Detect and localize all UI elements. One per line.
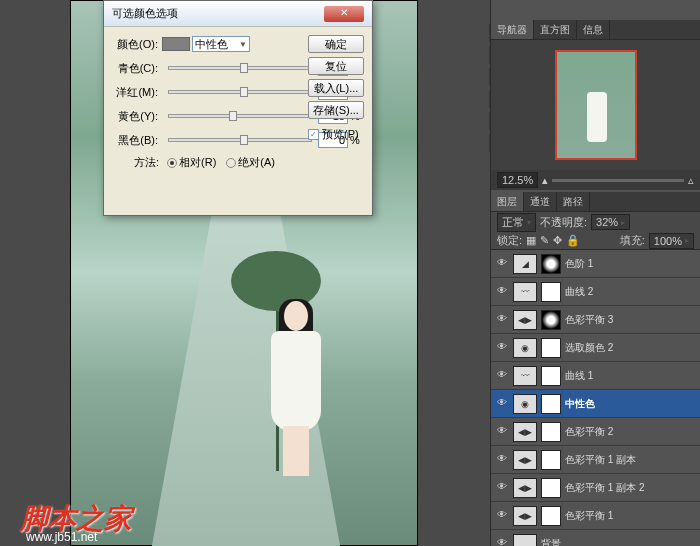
lock-icon[interactable]: 🔒 <box>566 234 580 247</box>
tab-navigator[interactable]: 导航器 <box>491 20 534 39</box>
slider-track[interactable] <box>168 114 312 118</box>
navigator-preview[interactable] <box>491 40 700 170</box>
layer-thumb[interactable]: ◀▶ <box>513 506 537 526</box>
layer-thumb[interactable]: ◀▶ <box>513 450 537 470</box>
layer-mask[interactable] <box>541 450 561 470</box>
visibility-icon[interactable]: 👁 <box>495 369 509 383</box>
close-icon[interactable]: ✕ <box>324 6 364 22</box>
tab-histogram[interactable]: 直方图 <box>534 20 577 39</box>
layer-name: 色彩平衡 1 副本 <box>565 453 696 467</box>
layer-row[interactable]: 👁◉选取颜色 2 <box>491 334 700 362</box>
ok-button[interactable]: 确定 <box>308 35 364 53</box>
slider-label: 洋红(M): <box>114 85 162 100</box>
layer-name: 背景 <box>541 537 696 547</box>
preview-checkbox[interactable]: ✓ <box>308 129 319 140</box>
visibility-icon[interactable]: 👁 <box>495 285 509 299</box>
dialog-title: 可选颜色选项 <box>112 6 178 21</box>
layer-row[interactable]: 👁◀▶色彩平衡 1 副本 2 <box>491 474 700 502</box>
lock-icon[interactable]: ✎ <box>540 234 549 247</box>
layer-mask[interactable] <box>541 478 561 498</box>
visibility-icon[interactable]: 👁 <box>495 397 509 411</box>
layer-mask[interactable] <box>541 310 561 330</box>
preview-label: 预览(P) <box>322 127 359 142</box>
tab-paths[interactable]: 路径 <box>557 192 590 211</box>
slider-track[interactable] <box>168 90 312 94</box>
visibility-icon[interactable]: 👁 <box>495 313 509 327</box>
layer-mask[interactable] <box>541 422 561 442</box>
visibility-icon[interactable]: 👁 <box>495 341 509 355</box>
layer-mask[interactable] <box>541 254 561 274</box>
reset-button[interactable]: 复位 <box>308 57 364 75</box>
layer-thumb[interactable]: ◀▶ <box>513 310 537 330</box>
visibility-icon[interactable]: 👁 <box>495 453 509 467</box>
layer-thumb[interactable]: 〰 <box>513 282 537 302</box>
visibility-icon[interactable]: 👁 <box>495 425 509 439</box>
layer-name: 色阶 1 <box>565 257 696 271</box>
opacity-label: 不透明度: <box>540 215 587 230</box>
slider-thumb[interactable] <box>240 135 248 145</box>
zoom-value[interactable]: 12.5% <box>497 172 538 188</box>
tab-layers[interactable]: 图层 <box>491 192 524 211</box>
fill-label: 填充: <box>620 233 645 248</box>
fill-input[interactable]: 100%▸ <box>649 233 694 249</box>
visibility-icon[interactable]: 👁 <box>495 537 509 547</box>
slider-thumb[interactable] <box>229 111 237 121</box>
color-dropdown[interactable]: 中性色 ▼ <box>192 36 250 52</box>
layer-row[interactable]: 👁◢色阶 1 <box>491 250 700 278</box>
layer-row[interactable]: 👁背景 <box>491 530 700 546</box>
slider-label: 青色(C): <box>114 61 162 76</box>
method-label: 方法: <box>134 155 159 170</box>
layer-mask[interactable] <box>541 506 561 526</box>
slider-track[interactable] <box>168 138 312 142</box>
layer-mask[interactable] <box>541 282 561 302</box>
layer-thumb[interactable] <box>513 534 537 547</box>
zoom-slider[interactable] <box>552 179 684 182</box>
lock-icon[interactable]: ✥ <box>553 234 562 247</box>
layer-thumb[interactable]: ◀▶ <box>513 422 537 442</box>
blend-mode-dropdown[interactable]: 正常▾ <box>497 213 536 232</box>
slider-thumb[interactable] <box>240 63 248 73</box>
tab-channels[interactable]: 通道 <box>524 192 557 211</box>
visibility-icon[interactable]: 👁 <box>495 481 509 495</box>
method-radio[interactable]: 相对(R) <box>167 155 216 170</box>
layer-name: 中性色 <box>565 397 696 411</box>
layer-name: 选取颜色 2 <box>565 341 696 355</box>
slider-thumb[interactable] <box>240 87 248 97</box>
zoom-out-icon[interactable]: ▴ <box>542 174 548 187</box>
layer-thumb[interactable]: 〰 <box>513 366 537 386</box>
zoom-in-icon[interactable]: ▵ <box>688 174 694 187</box>
layer-thumb[interactable]: ◢ <box>513 254 537 274</box>
layer-name: 色彩平衡 1 副本 2 <box>565 481 696 495</box>
color-swatch[interactable] <box>162 37 190 51</box>
layer-row[interactable]: 👁◀▶色彩平衡 1 <box>491 502 700 530</box>
layer-thumb[interactable]: ◉ <box>513 338 537 358</box>
layer-mask[interactable] <box>541 394 561 414</box>
layer-row[interactable]: 👁〰曲线 1 <box>491 362 700 390</box>
slider-label: 黄色(Y): <box>114 109 162 124</box>
lock-icon[interactable]: ▦ <box>526 234 536 247</box>
layer-thumb[interactable]: ◀▶ <box>513 478 537 498</box>
visibility-icon[interactable]: 👁 <box>495 509 509 523</box>
layer-thumb[interactable]: ◉ <box>513 394 537 414</box>
navigator-tabs: 导航器 直方图 信息 <box>491 20 700 40</box>
layer-name: 曲线 2 <box>565 285 696 299</box>
layer-row[interactable]: 👁◀▶色彩平衡 3 <box>491 306 700 334</box>
visibility-icon[interactable]: 👁 <box>495 257 509 271</box>
method-radio[interactable]: 绝对(A) <box>226 155 275 170</box>
opacity-input[interactable]: 32%▸ <box>591 214 630 230</box>
image-person <box>261 271 331 481</box>
selective-color-dialog: 可选颜色选项 ✕ 颜色(O): 中性色 ▼ 青色(C):0%洋红(M):0%黄色… <box>103 0 373 216</box>
layer-row[interactable]: 👁◉中性色 <box>491 390 700 418</box>
layer-row[interactable]: 👁◀▶色彩平衡 2 <box>491 418 700 446</box>
layer-mask[interactable] <box>541 366 561 386</box>
layer-name: 色彩平衡 2 <box>565 425 696 439</box>
layer-mask[interactable] <box>541 338 561 358</box>
tab-info[interactable]: 信息 <box>577 20 610 39</box>
layer-row[interactable]: 👁〰曲线 2 <box>491 278 700 306</box>
slider-label: 黑色(B): <box>114 133 162 148</box>
load-button[interactable]: 载入(L)... <box>308 79 364 97</box>
layer-row[interactable]: 👁◀▶色彩平衡 1 副本 <box>491 446 700 474</box>
dialog-titlebar[interactable]: 可选颜色选项 ✕ <box>104 1 372 27</box>
slider-track[interactable] <box>168 66 312 70</box>
save-button[interactable]: 存储(S)... <box>308 101 364 119</box>
